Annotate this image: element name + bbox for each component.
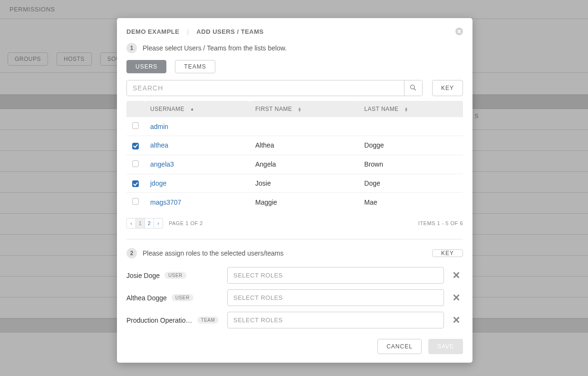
assignee-type-tag: TEAM — [197, 317, 219, 324]
users-table: USERNAME ▲ FIRST NAME ▲▼ LAST NAME ▲▼ ad… — [126, 101, 463, 211]
page-prev[interactable]: ‹ — [126, 218, 136, 228]
table-row: altheaAltheaDogge — [126, 136, 463, 155]
remove-assignee-button[interactable] — [450, 272, 463, 279]
close-icon — [453, 294, 459, 302]
step-2-text: Please assign roles to the selected user… — [143, 249, 284, 257]
assignee-type-tag: USER — [172, 294, 193, 301]
breadcrumb-root: DEMO EXAMPLE — [126, 28, 179, 35]
username-link[interactable]: althea — [150, 141, 168, 149]
row-checkbox[interactable] — [132, 180, 139, 187]
search-button[interactable] — [404, 80, 422, 96]
page-2[interactable]: 2 — [145, 218, 154, 228]
row-checkbox[interactable] — [132, 198, 139, 205]
assignee-name: Production Operatio…TEAM — [126, 317, 222, 324]
assignment-row: Althea DoggeUSERSELECT ROLES — [126, 289, 463, 306]
step-2-number: 2 — [126, 248, 137, 258]
table-row: jdogeJosieDoge — [126, 174, 463, 193]
table-row: mags3707MaggieMae — [126, 193, 463, 212]
breadcrumb-current: ADD USERS / TEAMS — [196, 28, 263, 35]
breadcrumb: DEMO EXAMPLE | ADD USERS / TEAMS — [126, 28, 264, 35]
select-roles-dropdown[interactable]: SELECT ROLES — [227, 267, 444, 284]
select-roles-dropdown[interactable]: SELECT ROLES — [227, 289, 444, 306]
add-users-teams-modal: DEMO EXAMPLE | ADD USERS / TEAMS 1 Pleas… — [117, 18, 472, 363]
col-last-name[interactable]: LAST NAME ▲▼ — [358, 101, 463, 117]
close-icon — [453, 272, 459, 279]
row-checkbox[interactable] — [132, 143, 139, 149]
tab-teams[interactable]: TEAMS — [175, 60, 215, 73]
pagination: ‹ 1 2 › — [126, 218, 163, 228]
first-name-cell: Maggie — [250, 193, 358, 212]
key-button-step1[interactable]: KEY — [432, 80, 463, 96]
first-name-cell: Althea — [250, 136, 358, 155]
table-row: angela3AngelaBrown — [126, 155, 463, 174]
close-icon — [453, 317, 459, 324]
assignment-row: Josie DogeUSERSELECT ROLES — [126, 267, 463, 284]
assignee-name: Althea DoggeUSER — [126, 294, 222, 302]
row-checkbox[interactable] — [132, 160, 139, 167]
username-link[interactable]: mags3707 — [150, 198, 181, 206]
search-group — [126, 80, 423, 96]
assignment-row: Production Operatio…TEAMSELECT ROLES — [126, 312, 463, 328]
col-username[interactable]: USERNAME ▲ — [145, 101, 250, 117]
col-first-name[interactable]: FIRST NAME ▲▼ — [250, 101, 358, 117]
save-button[interactable]: SAVE — [428, 339, 463, 354]
first-name-cell: Angela — [250, 155, 358, 174]
last-name-cell: Mae — [358, 193, 463, 212]
sort-asc-icon: ▲ — [190, 108, 194, 110]
remove-assignee-button[interactable] — [450, 317, 463, 324]
page-next[interactable]: › — [154, 218, 163, 228]
username-link[interactable]: angela3 — [150, 160, 174, 168]
first-name-cell — [250, 117, 358, 136]
page-1[interactable]: 1 — [135, 218, 145, 228]
username-link[interactable]: jdoge — [150, 179, 166, 187]
sort-icon: ▲▼ — [298, 107, 301, 112]
assignee-type-tag: USER — [164, 272, 186, 279]
search-icon — [410, 84, 416, 92]
remove-assignee-button[interactable] — [450, 294, 463, 302]
close-icon[interactable] — [455, 28, 463, 35]
table-row: admin — [126, 117, 463, 136]
section-divider — [126, 239, 463, 239]
last-name-cell — [358, 117, 463, 136]
last-name-cell: Doge — [358, 174, 463, 193]
key-button-step2[interactable]: KEY — [432, 249, 463, 257]
items-count-label: ITEMS 1 - 5 OF 6 — [418, 220, 463, 226]
step-1-text: Please select Users / Teams from the lis… — [143, 44, 287, 52]
step-1-label: 1 Please select Users / Teams from the l… — [126, 43, 463, 53]
last-name-cell: Dogge — [358, 136, 463, 155]
type-toggle: USERS TEAMS — [126, 60, 463, 73]
last-name-cell: Brown — [358, 155, 463, 174]
cancel-button[interactable]: CANCEL — [377, 339, 422, 354]
chevron-left-icon: ‹ — [130, 220, 132, 226]
chevron-right-icon: › — [157, 220, 159, 226]
sort-icon: ▲▼ — [404, 107, 408, 112]
step-1-number: 1 — [126, 43, 137, 53]
tab-users[interactable]: USERS — [126, 60, 166, 73]
select-roles-dropdown[interactable]: SELECT ROLES — [227, 312, 444, 328]
username-link[interactable]: admin — [150, 123, 168, 130]
first-name-cell: Josie — [250, 174, 358, 193]
row-checkbox[interactable] — [132, 122, 139, 129]
search-input[interactable] — [127, 80, 404, 96]
page-of-label: PAGE 1 OF 2 — [169, 220, 203, 226]
assignee-name: Josie DogeUSER — [126, 272, 222, 279]
breadcrumb-separator: | — [187, 28, 189, 35]
